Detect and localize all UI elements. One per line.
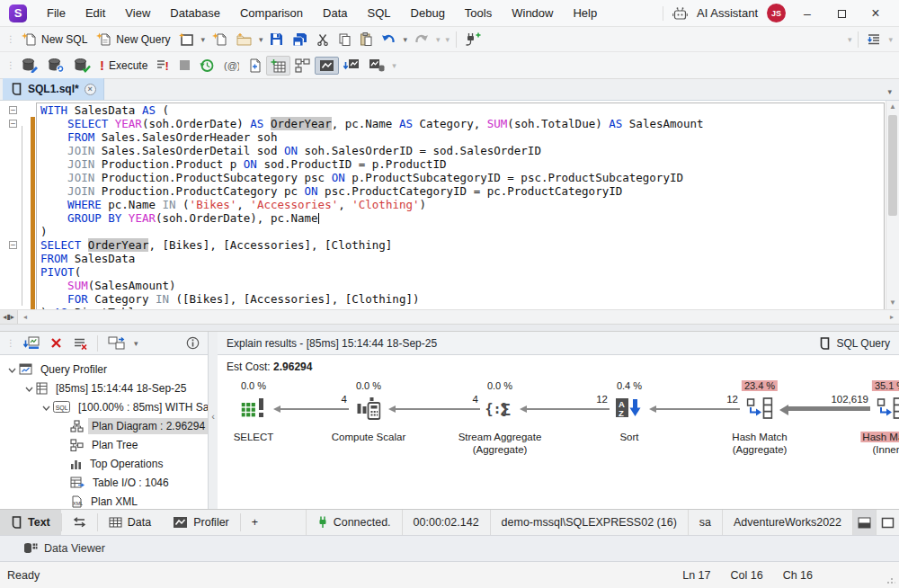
profiler-mode-button[interactable] <box>315 57 339 75</box>
change-connection-button[interactable] <box>43 56 69 76</box>
redo-button[interactable] <box>410 31 433 49</box>
scroll-right-icon[interactable]: ▸ <box>885 313 899 321</box>
swap-results-button[interactable] <box>62 510 97 535</box>
menu-edit[interactable]: Edit <box>76 0 115 26</box>
export-profile-button[interactable] <box>19 334 44 352</box>
plan-node-compute-scalar[interactable] <box>357 396 381 423</box>
menu-database[interactable]: Database <box>160 0 230 26</box>
copy-button[interactable] <box>334 31 355 49</box>
add-result-tab-button[interactable]: + <box>241 510 269 535</box>
scroll-left-icon[interactable]: ◂ <box>18 313 32 321</box>
redo-dropdown[interactable]: ▾ <box>433 35 443 44</box>
compare-plan-button[interactable] <box>364 56 389 75</box>
menu-sql[interactable]: SQL <box>358 0 401 26</box>
export-plan-button[interactable] <box>339 56 364 75</box>
paste-button[interactable] <box>355 30 377 49</box>
resize-grip[interactable] <box>886 575 895 584</box>
save-button[interactable] <box>265 30 288 49</box>
check-connection-button[interactable] <box>69 56 95 76</box>
exec-toolbar-dropdown[interactable]: ▾ <box>389 61 399 70</box>
layout-horizontal-button[interactable] <box>852 510 876 535</box>
compare-results-button[interactable] <box>103 334 129 352</box>
new-window-dropdown[interactable]: ▾ <box>198 35 208 44</box>
menu-data[interactable]: Data <box>313 0 357 26</box>
plan-node-hash-match[interactable] <box>877 396 899 423</box>
scroll-down-icon[interactable]: ▼ <box>886 297 899 309</box>
editor-horizontal-scrollbar[interactable]: ◂▮▸ ◂ ▸ <box>0 309 899 324</box>
clear-results-button[interactable] <box>68 334 92 352</box>
menu-comparison[interactable]: Comparison <box>230 0 313 26</box>
stop-button[interactable] <box>174 57 195 74</box>
formatting-button[interactable] <box>862 31 886 49</box>
open-file-button[interactable] <box>232 31 256 49</box>
result-tab-data[interactable]: Data <box>98 510 162 535</box>
tab-list-dropdown[interactable]: ▾ <box>885 87 895 96</box>
execute-button[interactable]: !Execute <box>95 57 152 75</box>
save-all-button[interactable] <box>288 30 312 49</box>
undo-button[interactable] <box>377 31 400 49</box>
fold-toggle-icon[interactable]: – <box>9 106 17 114</box>
minimize-button[interactable]: – <box>795 6 820 21</box>
plan-node-sort[interactable]: AZ <box>616 396 643 423</box>
tree-item-top-operations[interactable]: Top Operations <box>0 454 208 473</box>
new-sql-button[interactable]: New SQL <box>17 30 92 49</box>
scroll-up-icon[interactable]: ▲ <box>886 101 899 113</box>
close-button[interactable]: × <box>863 5 888 22</box>
result-tab-profiler[interactable]: Profiler <box>162 510 240 535</box>
tree-item-table-i-o-1046[interactable]: Table I/O : 1046 <box>0 473 208 492</box>
fold-toggle-icon[interactable]: – <box>9 241 17 249</box>
sql-editor[interactable]: –WITH SalesData AS (– SELECT YEAR(soh.Or… <box>0 101 899 309</box>
menu-help[interactable]: Help <box>563 0 607 26</box>
split-handle[interactable]: ◂▮▸ <box>0 310 18 324</box>
new-document-button[interactable] <box>208 30 232 49</box>
formatting-dropdown[interactable]: ▾ <box>886 35 895 44</box>
plan-diagram-canvas[interactable]: Est Cost: 2.96294 0.0 %SELECT0.0 %Comput… <box>218 355 899 509</box>
data-viewer-bar[interactable]: Data Viewer <box>0 535 899 562</box>
new-window-button[interactable] <box>174 30 198 49</box>
tree-item-query-profiler[interactable]: Query Profiler <box>0 360 208 379</box>
tree-item-plan-tree[interactable]: Plan Tree <box>0 435 208 454</box>
new-query-button[interactable]: New Query <box>92 30 174 49</box>
new-connection-button[interactable] <box>460 30 485 49</box>
expander-icon[interactable] <box>22 382 36 395</box>
compare-dropdown[interactable]: ▾ <box>131 339 141 348</box>
attach-document-button[interactable] <box>244 56 266 76</box>
toolbar-overflow-dropdown[interactable]: ▾ <box>845 35 855 44</box>
tree-item-85ms-15-14-44-18-sep-25[interactable]: [85ms] 15:14:44 18-Sep-25 <box>0 379 208 397</box>
open-file-dropdown[interactable]: ▾ <box>256 35 266 44</box>
layout-full-button[interactable] <box>876 510 899 535</box>
tree-item-100-00-85ms-with-sal[interactable]: SQL[100.00% : 85ms] WITH Sal... <box>0 397 208 416</box>
profiler-info-button[interactable] <box>182 334 204 352</box>
cut-button[interactable] <box>312 31 334 49</box>
profiler-tree[interactable]: Query Profiler[85ms] 15:14:44 18-Sep-25S… <box>0 355 208 509</box>
plan-node-select[interactable] <box>242 396 266 421</box>
vertical-splitter[interactable]: ‹ <box>209 332 218 509</box>
horizontal-splitter[interactable] <box>0 324 899 332</box>
plan-tree-button[interactable] <box>290 56 315 76</box>
expander-icon[interactable] <box>5 363 19 376</box>
result-tab-text[interactable]: Text <box>0 510 61 535</box>
code-area[interactable]: –WITH SalesData AS (– SELECT YEAR(soh.Or… <box>0 103 886 309</box>
delete-result-button[interactable] <box>46 334 67 352</box>
editor-tab-sql1[interactable]: SQL1.sql* × <box>3 78 104 100</box>
execution-history-button[interactable] <box>195 56 218 76</box>
scrollbar-thumb[interactable] <box>888 115 897 216</box>
menu-file[interactable]: File <box>37 0 76 26</box>
execute-script-button[interactable]: ! <box>152 56 174 75</box>
user-avatar[interactable]: JS <box>767 4 786 22</box>
edit-connection-button[interactable] <box>17 56 43 76</box>
menu-tools[interactable]: Tools <box>455 0 502 26</box>
tree-item-plan-xml[interactable]: XMLPlan XML <box>0 492 208 509</box>
menu-window[interactable]: Window <box>502 0 563 26</box>
undo-dropdown[interactable]: ▾ <box>400 35 410 44</box>
query-profiler-button[interactable] <box>266 56 290 76</box>
menu-view[interactable]: View <box>115 0 160 26</box>
extra-dropdown[interactable]: ▾ <box>443 35 453 44</box>
expander-icon[interactable] <box>40 401 53 414</box>
ai-assistant-button[interactable]: AI Assistant <box>697 6 758 20</box>
maximize-button[interactable] <box>829 6 854 21</box>
editor-vertical-scrollbar[interactable]: ▲ ▼ <box>886 101 899 309</box>
menu-debug[interactable]: Debug <box>401 0 455 26</box>
plan-node-stream-aggregate[interactable]: {:}Σ <box>485 396 515 423</box>
plan-node-hash-match[interactable] <box>747 396 773 423</box>
